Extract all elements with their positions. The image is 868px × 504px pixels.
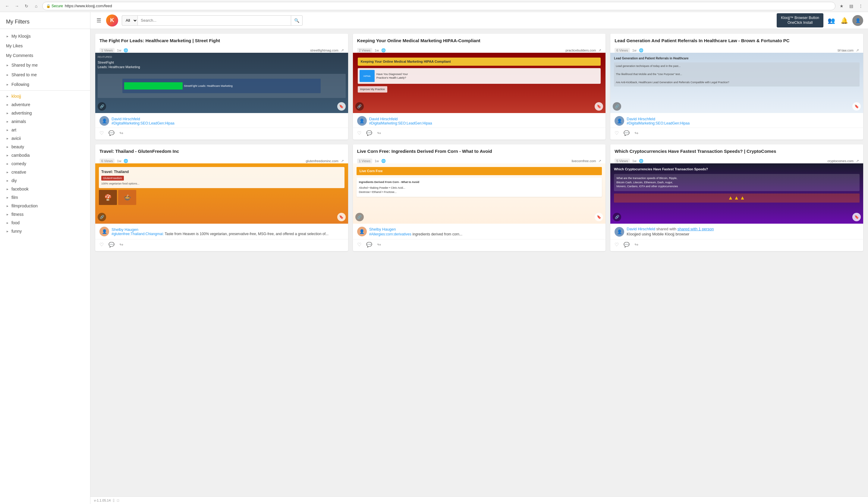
sidebar-item-my-likes[interactable]: My Likes: [0, 41, 90, 51]
comment-button[interactable]: 💬: [366, 130, 372, 136]
reload-button[interactable]: ↻: [23, 2, 30, 10]
kloojj-browser-button[interactable]: Kloojj™ Browser Button OneClick Install: [777, 13, 823, 28]
user-name[interactable]: David Hirschfeld: [627, 227, 655, 231]
hamburger-button[interactable]: ☰: [95, 16, 103, 25]
sidebar-item-creative[interactable]: ► creative: [0, 168, 90, 176]
back-button[interactable]: ←: [3, 2, 11, 10]
app-logo: K: [106, 14, 118, 27]
thumb-overlay: 🔗 🔖: [98, 213, 346, 221]
share-button[interactable]: ↬: [119, 130, 123, 136]
user-name[interactable]: Shelby Haugen: [369, 227, 462, 232]
share-button[interactable]: ↬: [634, 242, 638, 247]
like-button[interactable]: ♡: [100, 130, 104, 136]
bookmark-icon[interactable]: 🔖: [337, 102, 346, 111]
sidebar-item-label: advertising: [11, 111, 32, 115]
sidebar-item-facebook[interactable]: ► facebook: [0, 185, 90, 193]
share-button[interactable]: ↬: [377, 242, 381, 247]
external-link-icon[interactable]: ↗: [598, 48, 601, 52]
like-button[interactable]: ♡: [614, 130, 619, 136]
sidebar-item-film[interactable]: ► film: [0, 193, 90, 202]
card-thumbnail: Travel: Thailand GlutenFreedom 100% vege…: [95, 163, 348, 224]
card-meta: 1 Views 1w 🌐 streetfightmag.com ↗: [95, 48, 348, 53]
user-tags[interactable]: #DigitalMarketing:SEO:LeadGen:Hipaa: [627, 121, 690, 125]
sidebar-item-fitness[interactable]: ► fitness: [0, 210, 90, 218]
search-button[interactable]: 🔍: [291, 16, 302, 25]
filter-select[interactable]: All: [122, 16, 137, 25]
comment-button[interactable]: 💬: [623, 130, 630, 136]
card-title: Travel: Thailand - GlutenFreedom Inc: [100, 148, 344, 154]
bookmark-icon[interactable]: 🔖: [852, 102, 861, 111]
sidebar-item-kloojj[interactable]: ► kloojj: [0, 92, 90, 100]
sidebar-item-shared-to-me[interactable]: ► Shared to me: [0, 70, 90, 80]
share-button[interactable]: ↬: [634, 130, 638, 136]
notifications-icon-button[interactable]: 🔔: [839, 16, 849, 25]
sidebar-item-funny[interactable]: ► funny: [0, 227, 90, 235]
card-header: Which Cryptocurrencies Have Fastest Tran…: [610, 144, 863, 157]
external-link-icon[interactable]: ↗: [598, 159, 601, 163]
bookmark-icon[interactable]: 🔖: [595, 213, 603, 221]
chevron-icon: ►: [6, 137, 9, 140]
extensions-icon[interactable]: ▤: [847, 2, 855, 10]
bookmark-star-icon[interactable]: ★: [838, 2, 845, 10]
link-icon: 🔗: [98, 213, 106, 221]
user-name[interactable]: Shelby Haugen: [112, 227, 329, 232]
sidebar-item-label: Shared to me: [11, 72, 37, 77]
forward-button[interactable]: →: [13, 2, 21, 10]
link-icon: 🔗: [98, 102, 106, 111]
sidebar-item-cambodia[interactable]: ► cambodia: [0, 151, 90, 160]
sidebar-item-food[interactable]: ► food: [0, 218, 90, 227]
browser-chrome: ← → ↻ ⌂ 🔒 Secure https://www.kloojj.com/…: [0, 0, 868, 12]
bookmark-icon[interactable]: 🔖: [852, 213, 861, 221]
bookmark-icon[interactable]: 🔖: [337, 213, 346, 221]
comment-button[interactable]: 💬: [623, 242, 630, 247]
views-badge: 5 Views: [614, 158, 630, 163]
external-link-icon[interactable]: ↗: [856, 159, 859, 163]
sidebar-item-my-kloojjs[interactable]: ► My Kloojjs: [0, 31, 90, 41]
home-button[interactable]: ⌂: [32, 2, 40, 10]
like-button[interactable]: ♡: [357, 130, 361, 136]
user-name[interactable]: David Hirschfeld: [112, 117, 175, 121]
sidebar-item-my-comments[interactable]: My Comments: [0, 51, 90, 60]
search-input[interactable]: [137, 16, 291, 25]
user-tags[interactable]: #DigitalMarketing:SEO:LeadGen:Hipaa: [112, 121, 175, 125]
sidebar-item-art[interactable]: ► art: [0, 126, 90, 134]
sidebar-item-adventure[interactable]: ► adventure: [0, 100, 90, 109]
link-icon: 🔗: [613, 102, 621, 111]
menu-icon[interactable]: ⋮: [857, 2, 865, 10]
users-icon-button[interactable]: 👥: [826, 16, 836, 25]
shared-with-link[interactable]: shared with 1 person: [678, 227, 714, 231]
views-badge: 2 Views: [357, 48, 372, 53]
like-button[interactable]: ♡: [100, 242, 104, 247]
address-bar[interactable]: 🔒 Secure https://www.kloojj.com/feed: [42, 2, 836, 10]
comment-button[interactable]: 💬: [108, 242, 114, 247]
user-avatar[interactable]: 👤: [852, 15, 863, 26]
user-name[interactable]: David Hirschfeld: [627, 117, 690, 121]
sidebar-item-shared-by-me[interactable]: ► Shared by me: [0, 60, 90, 70]
sidebar-item-avicii[interactable]: ► avicii: [0, 134, 90, 143]
card-thumbnail: Live Corn Free Ingredients Derived From …: [353, 163, 606, 224]
chevron-icon: ►: [6, 120, 9, 123]
external-link-icon[interactable]: ↗: [856, 48, 859, 52]
user-name[interactable]: David Hirschfeld: [369, 117, 432, 121]
bookmark-icon[interactable]: 🔖: [595, 102, 603, 111]
sidebar-item-comedy[interactable]: ► comedy: [0, 160, 90, 168]
comment-button[interactable]: 💬: [108, 130, 114, 136]
sidebar-item-diy[interactable]: ► diy: [0, 176, 90, 185]
like-button[interactable]: ♡: [357, 242, 361, 247]
share-button[interactable]: ↬: [119, 242, 123, 247]
like-button[interactable]: ♡: [614, 242, 619, 247]
external-link-icon[interactable]: ↗: [341, 48, 344, 52]
sidebar-item-filmproduction[interactable]: ► filmproduction: [0, 202, 90, 210]
user-tags: #glutenfree:Thailand:Chiangmai: Taste fr…: [112, 232, 329, 236]
sidebar-item-beauty[interactable]: ► beauty: [0, 143, 90, 151]
thumbnail-placeholder: Travel: Thailand GlutenFreedom 100% vege…: [95, 163, 348, 224]
sidebar-item-animals[interactable]: ► animals: [0, 117, 90, 126]
share-button[interactable]: ↬: [377, 130, 381, 136]
sidebar-item-advertising[interactable]: ► advertising: [0, 109, 90, 117]
external-link-icon[interactable]: ↗: [341, 159, 344, 163]
sidebar-item-following[interactable]: ► Following: [0, 80, 90, 89]
user-tags[interactable]: #DigitalMarketing:SEO:LeadGen:Hipaa: [369, 121, 432, 125]
comment-button[interactable]: 💬: [366, 242, 372, 247]
feed-container: The Fight For Leads: Healthcare Marketin…: [90, 29, 868, 496]
card-meta: 5 Views 1w 🌐 cryptocomes.com ↗: [610, 158, 863, 163]
